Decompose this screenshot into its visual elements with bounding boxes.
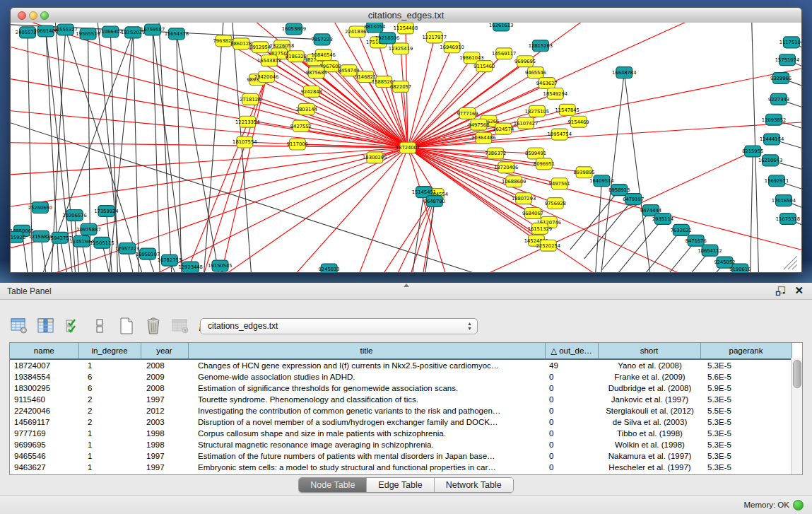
graph-node[interactable]: 9875685: [306, 67, 327, 78]
graph-node[interactable]: 3624574: [493, 123, 514, 134]
table-scrollbar-thumb[interactable]: [793, 360, 801, 388]
graph-node[interactable]: 9245033: [319, 264, 340, 272]
graph-node[interactable]: 7386372: [485, 148, 506, 159]
graph-node[interactable]: 9497568: [468, 119, 489, 130]
column-header-pagerank[interactable]: pagerank: [700, 343, 792, 359]
graph-node[interactable]: 9117006: [287, 139, 308, 150]
graph-node[interactable]: 8599491: [525, 148, 546, 159]
close-panel-icon[interactable]: ✕: [794, 285, 804, 296]
splitter-handle[interactable]: [404, 284, 409, 287]
graph-node[interactable]: 15654378: [165, 28, 189, 40]
graph-node[interactable]: 9756928: [545, 198, 566, 209]
graph-node[interactable]: 16210643: [758, 155, 782, 166]
table-row[interactable]: 969969511998Structural magnetic resonanc…: [10, 439, 792, 450]
graph-node[interactable]: 8860128: [230, 38, 252, 49]
graph-node[interactable]: 8648790: [424, 196, 445, 207]
column-header-in-degree[interactable]: in_degree: [78, 343, 141, 359]
table-cell: 18300295: [10, 382, 78, 394]
graph-node[interactable]: 17016504: [772, 195, 796, 206]
graph-edge: [96, 23, 124, 272]
graph-node[interactable]: 12213354: [235, 116, 259, 127]
graph-node[interactable]: 12217977: [423, 32, 447, 43]
table-row[interactable]: 977716911998Corpus callosum shape and si…: [10, 428, 792, 439]
graph-node[interactable]: 8813054: [364, 23, 385, 33]
table-row[interactable]: 2242004622012Investigating the contribut…: [10, 405, 792, 416]
graph-node[interactable]: 9463627: [536, 78, 558, 89]
graph-node[interactable]: 2803144: [296, 103, 317, 115]
table-row[interactable]: 946554611997Estimation of the future num…: [10, 450, 792, 462]
table-row[interactable]: 1938455462009Genome-wide association stu…: [10, 371, 792, 382]
graph-node[interactable]: 8215955: [742, 146, 763, 157]
table-row[interactable]: 911546021997Tourette syndrome. Phenomeno…: [10, 394, 792, 405]
graph-node[interactable]: 8939895: [574, 167, 595, 178]
table-scrollbar[interactable]: [791, 358, 802, 474]
graph-node[interactable]: 8471676: [686, 235, 707, 246]
column-header-title[interactable]: title: [188, 343, 545, 359]
table-row[interactable]: 1872400712008Changes of HCN gene express…: [10, 359, 792, 371]
graph-node[interactable]: 12815263: [529, 40, 553, 52]
tab-node-table[interactable]: Node Table: [299, 478, 367, 492]
graph-node[interactable]: 9684067: [522, 208, 543, 219]
column-header-short[interactable]: short: [598, 343, 700, 359]
graph-node[interactable]: 11175104: [779, 37, 801, 48]
network-canvas[interactable]: 1872400779638228860128891295423226058982…: [11, 23, 801, 272]
graph-node[interactable]: 8096951: [534, 158, 555, 170]
graph-node[interactable]: 9190616: [729, 264, 751, 272]
table-header-row[interactable]: name in_degree year title △ out_de… shor…: [10, 343, 792, 359]
graph-node[interactable]: 16053809: [282, 23, 306, 35]
graph-node[interactable]: 7632621: [671, 224, 692, 235]
network-window[interactable]: citations_edges.txt 18724007796382288601…: [10, 7, 802, 273]
tab-edge-table[interactable]: Edge Table: [367, 478, 434, 492]
graph-node[interactable]: 18549294: [543, 88, 567, 99]
graph-node[interactable]: 9777169: [457, 107, 478, 119]
show-column-icon[interactable]: [37, 317, 54, 335]
delete-table-icon[interactable]: [171, 317, 189, 335]
window-titlebar[interactable]: citations_edges.txt: [11, 8, 801, 23]
graph-node[interactable]: 7857223: [312, 34, 333, 45]
graph-node-label: 9245033: [319, 267, 340, 272]
graph-node[interactable]: 2935114: [652, 213, 673, 224]
graph-node[interactable]: 9465546: [525, 67, 546, 78]
graph-node[interactable]: 9242848: [301, 86, 322, 97]
table-row[interactable]: 1830029562008Estimation of significance …: [10, 382, 792, 394]
float-panel-icon[interactable]: [775, 286, 786, 296]
delete-icon[interactable]: [144, 317, 162, 335]
graph-node[interactable]: 8912954: [249, 42, 271, 53]
graph-node[interactable]: 9227343: [768, 93, 789, 105]
table-mode-icon[interactable]: [10, 317, 28, 335]
column-header-year[interactable]: year: [141, 343, 188, 359]
graph-node[interactable]: 15692971: [765, 175, 789, 187]
graph-node[interactable]: 9154469: [568, 116, 589, 127]
column-header-name[interactable]: name: [10, 343, 78, 359]
graph-node[interactable]: 16107427: [514, 117, 538, 129]
graph-node[interactable]: 19150545: [208, 260, 232, 271]
graph-node[interactable]: 9115460: [473, 61, 495, 72]
graph-node[interactable]: 12444154: [760, 134, 784, 145]
table-row[interactable]: 946362711997Embryonic stem cells: a mode…: [10, 462, 792, 473]
graph-node[interactable]: 16946910: [440, 42, 464, 53]
graph-node[interactable]: 16261613: [489, 23, 513, 31]
graph-node[interactable]: 9329966: [770, 73, 792, 84]
graph-node[interactable]: 16409514: [589, 175, 613, 187]
graph-node[interactable]: 8427552: [290, 120, 312, 132]
graph-node[interactable]: 9699695: [514, 56, 536, 67]
graph-node[interactable]: 6479197: [623, 194, 644, 205]
graph-node[interactable]: 20975887: [76, 223, 100, 235]
graph-node[interactable]: 21066302: [98, 26, 122, 37]
unselect-all-icon[interactable]: [90, 317, 108, 335]
table-row[interactable]: 1456911722003Disruption of a novel membe…: [10, 416, 792, 428]
graph-node[interactable]: 2718126: [240, 93, 261, 105]
graph-node[interactable]: 16648784: [612, 67, 636, 78]
graph-node[interactable]: 9497561: [549, 178, 570, 189]
table-select-dropdown[interactable]: citations_edges.txt ▲▼: [200, 318, 478, 334]
graph-node[interactable]: 8186328: [286, 51, 307, 62]
new-column-icon[interactable]: [117, 317, 135, 335]
column-header-out-degree[interactable]: △ out_de…: [545, 343, 598, 359]
tab-network-table[interactable]: Network Table: [435, 478, 513, 492]
graph-node[interactable]: 12325419: [389, 43, 413, 54]
graph-node[interactable]: 11254408: [394, 23, 418, 34]
graph-node[interactable]: 6822057: [390, 81, 411, 93]
graph-node[interactable]: 14569117: [492, 48, 516, 59]
select-all-icon[interactable]: [64, 317, 81, 335]
resize-grip-icon[interactable]: [784, 256, 797, 269]
